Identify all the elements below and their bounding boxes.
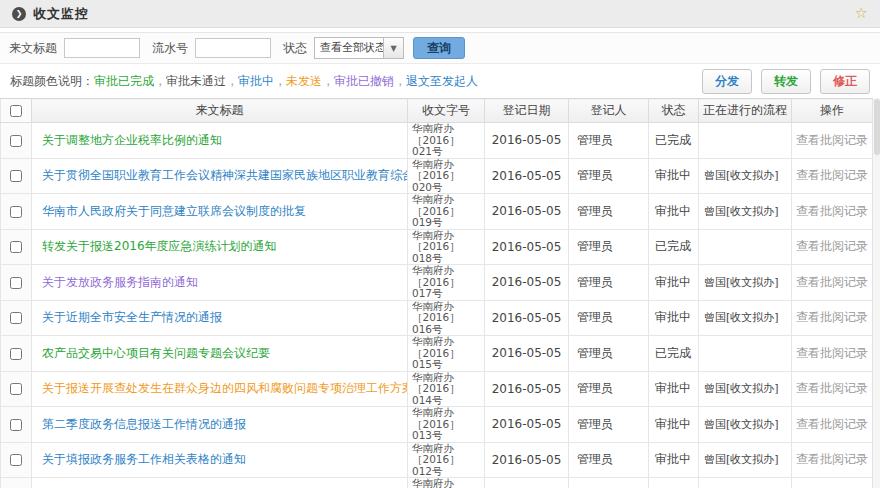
doc-number-num: 013号 bbox=[412, 430, 484, 442]
action-cell: 查看批阅记录 bbox=[792, 300, 873, 336]
status-cell: 审批中 bbox=[649, 442, 699, 478]
current-flow-cell: 曾国[收文拟办] bbox=[699, 194, 792, 230]
register-date-cell: 2016-05-05 bbox=[485, 442, 569, 478]
dropdown-arrow-icon[interactable]: ▼ bbox=[384, 37, 404, 59]
view-approval-record-link[interactable]: 查看批阅记录 bbox=[796, 346, 868, 360]
select-all-header-cell bbox=[1, 99, 32, 123]
view-approval-record-link[interactable]: 查看批阅记录 bbox=[796, 417, 868, 431]
title-bar: ❯ 收文监控 ☆ bbox=[0, 0, 880, 28]
view-approval-record-link[interactable]: 查看批阅记录 bbox=[796, 275, 868, 289]
column-header-2: 登记日期 bbox=[485, 99, 569, 123]
action-cell: 查看批阅记录 bbox=[792, 123, 873, 159]
action-cell: 查看批阅记录 bbox=[792, 407, 873, 443]
title-search-input[interactable] bbox=[64, 38, 140, 58]
distribute-button[interactable]: 分发 bbox=[702, 69, 752, 94]
row-checkbox[interactable] bbox=[10, 170, 22, 182]
row-checkbox[interactable] bbox=[10, 312, 22, 324]
serial-search-input[interactable] bbox=[195, 38, 271, 58]
table-row: 关于调整地方企业税率比例的通知 华南府办［2016］ 021号 2016-05-… bbox=[1, 123, 873, 159]
doc-number-num: 012号 bbox=[412, 466, 484, 478]
select-all-checkbox[interactable] bbox=[10, 105, 22, 117]
doc-title-link[interactable]: 华南市人民政府关于同意建立联席会议制度的批复 bbox=[42, 204, 306, 218]
registrar-cell: 管理员 bbox=[569, 229, 649, 265]
register-date-cell: 2016-05-04 bbox=[485, 478, 569, 488]
table-row: 关于贯彻全国职业教育工作会议精神深共建国家民族地区职业教育综合...的通知 华南… bbox=[1, 158, 873, 194]
legend-item: 审批已撤销 bbox=[334, 74, 394, 88]
status-cell: 已完成 bbox=[649, 123, 699, 159]
doc-title-cell: 关于近期全市安全生产情况的通报 bbox=[32, 300, 408, 336]
doc-title-link[interactable]: 关于贯彻全国职业教育工作会议精神深共建国家民族地区职业教育综合...的通知 bbox=[42, 168, 408, 182]
doc-number-cell: 华南府办［2016］ 020号 bbox=[408, 158, 485, 194]
table-row: 转发关于报送2016年度应急演练计划的通知 华南府办［2016］ 018号 20… bbox=[1, 229, 873, 265]
doc-title-cell: 农产品交易中心项目有关问题专题会议纪要 bbox=[32, 336, 408, 372]
action-cell: 查看批阅记录 bbox=[792, 478, 873, 488]
doc-number-prefix: 华南府办［2016］ bbox=[412, 372, 484, 395]
view-approval-record-link[interactable]: 查看批阅记录 bbox=[796, 381, 868, 395]
view-approval-record-link[interactable]: 查看批阅记录 bbox=[796, 239, 868, 253]
doc-number-cell: 华南府办［2016］ 015号 bbox=[408, 336, 485, 372]
doc-number-num: 014号 bbox=[412, 395, 484, 407]
status-select[interactable]: 查看全部状态 ▼ bbox=[314, 37, 404, 59]
scrollbar-thumb[interactable] bbox=[874, 99, 880, 155]
row-checkbox[interactable] bbox=[10, 241, 22, 253]
row-select-cell bbox=[1, 336, 32, 372]
row-checkbox[interactable] bbox=[10, 348, 22, 360]
table-row: 华南市人民政府关于同意建立联席会议制度的批复 华南府办［2016］ 019号 2… bbox=[1, 194, 873, 230]
action-cell: 查看批阅记录 bbox=[792, 371, 873, 407]
favorite-star-icon[interactable]: ☆ bbox=[855, 6, 868, 21]
doc-number-prefix: 华南府办［2016］ bbox=[412, 301, 484, 324]
doc-title-link[interactable]: 农产品交易中心项目有关问题专题会议纪要 bbox=[42, 346, 270, 360]
current-flow-cell: 曾国[收文拟办] bbox=[699, 158, 792, 194]
view-approval-record-link[interactable]: 查看批阅记录 bbox=[796, 452, 868, 466]
view-approval-record-link[interactable]: 查看批阅记录 bbox=[796, 310, 868, 324]
legend-prefix: 标题颜色说明： bbox=[10, 74, 94, 88]
doc-title-link[interactable]: 第二季度政务信息报送工作情况的通报 bbox=[42, 417, 246, 431]
revise-button[interactable]: 修正 bbox=[820, 69, 870, 94]
doc-title-cell: 华南市人民政府关于同意建立联席会议制度的批复 bbox=[32, 194, 408, 230]
registrar-cell: 管理员 bbox=[569, 265, 649, 301]
doc-number-prefix: 华南府办［2016］ bbox=[412, 194, 484, 217]
action-cell: 查看批阅记录 bbox=[792, 442, 873, 478]
query-button[interactable]: 查询 bbox=[413, 37, 465, 59]
title-color-legend: 标题颜色说明：审批已完成，审批未通过，审批中，未发送，审批已撤销，退文至发起人 bbox=[10, 73, 478, 90]
doc-number-cell: 华南府办［2016］ 021号 bbox=[408, 123, 485, 159]
table-row: 关于近期全市安全生产情况的通报 华南府办［2016］ 016号 2016-05-… bbox=[1, 300, 873, 336]
row-checkbox[interactable] bbox=[10, 206, 22, 218]
row-checkbox[interactable] bbox=[10, 277, 22, 289]
action-cell: 查看批阅记录 bbox=[792, 194, 873, 230]
chevron-circle-icon: ❯ bbox=[12, 7, 26, 21]
doc-title-link[interactable]: 关于报送开展查处发生在群众身边的四风和腐败问题专项治理工作方案通知 bbox=[42, 381, 408, 395]
current-flow-cell bbox=[699, 229, 792, 265]
doc-title-link[interactable]: 关于填报政务服务工作相关表格的通知 bbox=[42, 452, 246, 466]
row-checkbox[interactable] bbox=[10, 419, 22, 431]
row-select-cell bbox=[1, 442, 32, 478]
column-header-1: 收文字号 bbox=[408, 99, 485, 123]
doc-number-cell: 华南府办［2016］ 019号 bbox=[408, 194, 485, 230]
doc-title-link[interactable]: 转发关于报送2016年度应急演练计划的通知 bbox=[42, 239, 277, 253]
doc-title-cell: 关于调整地方企业税率比例的通知 bbox=[32, 123, 408, 159]
legend-item: 审批已完成 bbox=[94, 74, 154, 88]
column-header-4: 状态 bbox=[649, 99, 699, 123]
register-date-cell: 2016-05-05 bbox=[485, 123, 569, 159]
register-date-cell: 2016-05-05 bbox=[485, 336, 569, 372]
current-flow-cell: 曾国[收文拟办] bbox=[699, 265, 792, 301]
doc-number-prefix: 华南府办［2016］ bbox=[412, 407, 484, 430]
doc-title-cell: 关于填报政务服务工作相关表格的通知 bbox=[32, 442, 408, 478]
view-approval-record-link[interactable]: 查看批阅记录 bbox=[796, 168, 868, 182]
documents-table: 来文标题收文字号登记日期登记人状态正在进行的流程操作 关于调整地方企业税率比例的… bbox=[0, 98, 873, 488]
row-checkbox[interactable] bbox=[10, 454, 22, 466]
row-checkbox[interactable] bbox=[10, 135, 22, 147]
view-approval-record-link[interactable]: 查看批阅记录 bbox=[796, 204, 868, 218]
view-approval-record-link[interactable]: 查看批阅记录 bbox=[796, 133, 868, 147]
doc-number-prefix: 华南府办［2016］ bbox=[412, 123, 484, 146]
status-select-value[interactable]: 查看全部状态 bbox=[314, 37, 384, 59]
doc-title-link[interactable]: 关于发放政务服务指南的通知 bbox=[42, 275, 198, 289]
legend-item: 审批未通过 bbox=[166, 74, 226, 88]
doc-title-link[interactable]: 关于调整地方企业税率比例的通知 bbox=[42, 133, 222, 147]
registrar-cell: 管理员 bbox=[569, 478, 649, 488]
status-cell: 审批中 bbox=[649, 265, 699, 301]
forward-button[interactable]: 转发 bbox=[761, 69, 811, 94]
vertical-scrollbar[interactable] bbox=[872, 98, 880, 488]
row-checkbox[interactable] bbox=[10, 383, 22, 395]
doc-title-link[interactable]: 关于近期全市安全生产情况的通报 bbox=[42, 310, 222, 324]
